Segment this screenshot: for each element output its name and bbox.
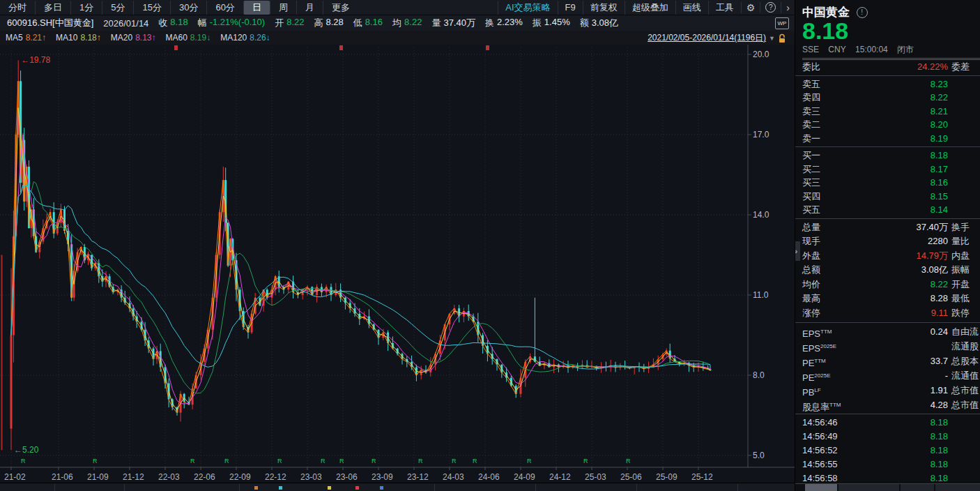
ex-rights-marker: R (21, 458, 26, 464)
chart-pane: 分时多日1分5分15分30分60分日周月更多AI交易策略F9前复权超级叠加画线工… (0, 0, 795, 491)
help-icon[interactable]: ? (760, 2, 781, 13)
tab-period-更多[interactable]: 更多 (323, 1, 358, 15)
date-range-selector[interactable]: 2021/02/05-2026/01/14(1196日) ▼ (648, 32, 786, 44)
info-icon[interactable]: ! (857, 7, 868, 18)
panel-value: 8.16 (837, 176, 948, 190)
ex-rights-marker: R (527, 458, 532, 464)
x-axis-label: 25-09 (656, 472, 677, 482)
x-axis-label: 23-09 (372, 472, 393, 482)
chevron-right-icon[interactable]: › (781, 2, 795, 13)
tick-row: 14:56:468.18 (795, 416, 980, 430)
panel-row: EPSTTM0.24自由流 (795, 324, 980, 339)
ma-value-MA120: MA1208.26↓ (220, 33, 270, 43)
ex-rights-marker: R (418, 458, 423, 464)
panel-value: 8.22 (837, 278, 948, 292)
tab-period-5分[interactable]: 5分 (102, 1, 133, 15)
toolbar-item[interactable]: 超级叠加 (625, 1, 675, 15)
gear-icon[interactable]: ⚙ (741, 2, 760, 13)
quote-field-量: 37.40万 (443, 17, 475, 29)
panel-row: PBLF1.91总市值 (795, 383, 980, 398)
tab-period-周[interactable]: 周 (270, 1, 296, 15)
panel-row: 外盘14.79万内盘 (795, 249, 980, 264)
panel-value: 8.17 (837, 163, 948, 176)
tick-row: 14:56:498.18 (795, 430, 980, 444)
panel-row: 总量37.40万换手 (795, 220, 980, 235)
panel-value: 8.20 (837, 118, 948, 132)
panel-value: - (837, 368, 948, 383)
ex-rights-marker: R (626, 458, 631, 464)
panel-value: 2280 (837, 234, 948, 249)
panel-row: 均价8.22开盘 (795, 278, 980, 292)
ex-rights-marker: R (321, 458, 326, 464)
ma-value-MA10: MA108.18↑ (56, 33, 101, 43)
panel-tab[interactable] (839, 484, 899, 491)
tab-period-60分[interactable]: 60分 (206, 1, 243, 15)
panel-value: 8.23 (837, 77, 948, 91)
panel-tab[interactable] (935, 484, 980, 491)
panel-value: 14.79万 (837, 249, 948, 264)
wp-indicator-badge[interactable]: WP (775, 17, 789, 29)
quote-panel-header: 中国黄金 ! 8.18 SSE CNY 15:00:04 闭市 (795, 0, 980, 60)
toolbar-item[interactable]: F9 (558, 1, 583, 15)
y-axis-label: 14.0 (753, 210, 770, 220)
tick-row: 14:56:558.18 (795, 458, 980, 471)
panel-row: PETTM33.7总股本 (795, 354, 980, 368)
chevron-down-icon[interactable]: ▼ (769, 35, 775, 42)
x-axis-label: 25-06 (620, 472, 642, 482)
toolbar-item[interactable]: AI交易策略 (498, 1, 557, 15)
panel-value: 24.22% (837, 60, 948, 74)
panel-value: 8.28 (837, 292, 948, 306)
panel-row: 买三8.16 (795, 176, 980, 190)
tab-period-1分[interactable]: 1分 (70, 1, 102, 15)
candlestick-chart[interactable]: 20.017.014.011.08.05.021-0221-0621-0921-… (0, 45, 795, 483)
date-range-text[interactable]: 2021/02/05-2026/01/14(1196日) (648, 32, 766, 44)
panel-value: 8.18 (837, 430, 948, 444)
x-axis-label: 25-12 (691, 472, 713, 482)
panel-row: 委比24.22%委差 (795, 60, 980, 74)
tab-period-月[interactable]: 月 (296, 1, 323, 15)
tab-period-多日[interactable]: 多日 (35, 1, 70, 15)
quote-field-振: 1.45% (544, 17, 570, 29)
quote-field-换: 2.23% (497, 17, 523, 29)
panel-value: 0.24 (837, 324, 948, 339)
symbol-label: 600916.SH[中国黄金] (7, 17, 93, 29)
tab-period-15分[interactable]: 15分 (133, 1, 169, 15)
mini-indicator-icon (380, 486, 383, 490)
quote-panel: » 中国黄金 ! 8.18 SSE CNY 15:00:04 闭市 委比24.2… (795, 0, 980, 491)
toolbar-item[interactable]: 前复权 (583, 1, 625, 15)
last-price: 8.18 (802, 19, 980, 43)
x-axis-label: 24-06 (478, 472, 500, 482)
toolbar-item[interactable]: 工具 (708, 1, 741, 15)
bottom-indicator-strip[interactable] (0, 483, 795, 491)
quote-field-均: 8.22 (404, 17, 422, 29)
panel-row: 卖五8.23 (795, 77, 980, 91)
ex-rights-marker: R (277, 458, 282, 464)
panel-value: 8.14 (837, 203, 948, 217)
ma-value-MA60: MA608.19↓ (165, 33, 210, 43)
panel-row: 买一8.18 (795, 149, 980, 163)
toolbar-item[interactable]: 画线 (675, 1, 708, 15)
event-flag-icon (174, 45, 178, 50)
quote-field-收: 8.18 (170, 17, 187, 29)
tab-period-分时[interactable]: 分时 (0, 1, 35, 15)
tab-period-日[interactable]: 日 (243, 1, 270, 15)
unlock-icon[interactable] (778, 33, 786, 43)
panel-value: 33.7 (837, 354, 948, 368)
ma20-line (11, 135, 710, 404)
panel-row: 现手2280量比 (795, 234, 980, 249)
mini-indicator-icon (254, 486, 258, 490)
market-status-row: SSE CNY 15:00:04 闭市 (802, 44, 980, 60)
panel-tab[interactable] (901, 484, 934, 491)
quote-date: 2026/01/14 (103, 18, 148, 29)
tab-period-30分[interactable]: 30分 (170, 1, 206, 15)
panel-row: EPS2025E流通股 (795, 339, 980, 354)
y-axis-label: 11.0 (753, 290, 769, 300)
panel-expand-handle[interactable]: » (795, 241, 800, 261)
panel-tab[interactable] (805, 484, 837, 491)
mini-indicator-icon (328, 486, 331, 490)
x-axis-label: 21-02 (4, 472, 26, 482)
panel-row: PE2025E-流通值 (795, 368, 980, 383)
panel-row: 买二8.17 (795, 163, 980, 176)
ma-value-MA20: MA208.13↑ (111, 33, 156, 43)
x-axis-label: 23-12 (407, 472, 429, 482)
